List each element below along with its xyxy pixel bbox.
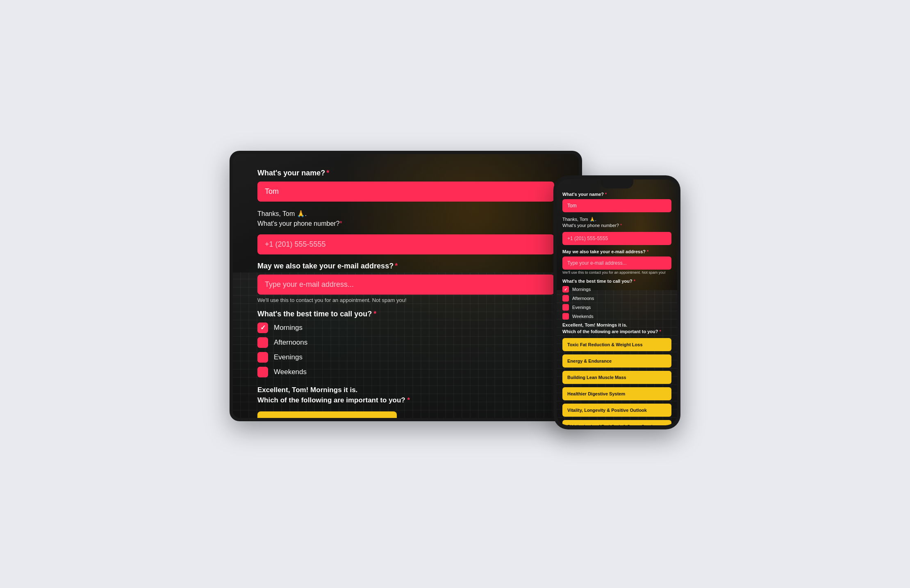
email-input[interactable] [257, 275, 554, 295]
calltime-label: What's the best time to call you?* [257, 310, 554, 318]
checkbox-afternoons-box[interactable] [257, 337, 268, 348]
phone-goal-btn-6[interactable]: Rid the body of Bad Carb & Sugar Craving… [562, 420, 671, 425]
phone-input[interactable] [257, 234, 554, 254]
phone-confirm-text: Excellent, Tom! Mornings it is. Which of… [562, 322, 671, 335]
phone-notch [601, 179, 633, 188]
phone-phone-input[interactable] [562, 232, 671, 245]
phone-cb-weekends-label: Weekends [572, 314, 594, 319]
checkbox-mornings[interactable]: Mornings [257, 322, 554, 333]
phone-email-helper: We'll use this to contact you for an app… [562, 270, 671, 275]
checkbox-mornings-box[interactable] [257, 322, 268, 333]
phone-cb-afternoons[interactable]: Afternoons [562, 295, 671, 302]
phone-cb-weekends-box[interactable] [562, 313, 569, 320]
phone-cb-evenings-label: Evenings [572, 305, 591, 310]
phone-goal-btn-4[interactable]: Healthier Digestive System [562, 387, 671, 400]
email-helper: We'll use this to contact you for an app… [257, 297, 554, 303]
checkbox-evenings-label: Evenings [274, 353, 303, 361]
phone-thanks-label: Thanks, Tom 🙏. What's your phone number?… [562, 216, 671, 229]
phone-goal-btn-3[interactable]: Building Lean Muscle Mass [562, 371, 671, 384]
name-input[interactable] [257, 182, 554, 202]
phone-cb-afternoons-box[interactable] [562, 295, 569, 302]
thanks-phone-label: Thanks, Tom 🙏. What's your phone number?… [257, 209, 554, 229]
calltime-checkboxes: Mornings Afternoons Evenings Weekends [257, 322, 554, 377]
checkbox-evenings[interactable]: Evenings [257, 352, 554, 363]
tablet-screen: What's your name?* Thanks, Tom 🙏. What's… [233, 154, 579, 418]
checkbox-evenings-box[interactable] [257, 352, 268, 363]
checkbox-afternoons[interactable]: Afternoons [257, 337, 554, 348]
phone-cb-mornings[interactable]: Mornings [562, 286, 671, 293]
phone-cb-mornings-label: Mornings [572, 287, 591, 292]
checkbox-afternoons-label: Afternoons [274, 338, 307, 347]
phone-cb-evenings-box[interactable] [562, 304, 569, 311]
email-label: May we also take your e-mail address?* [257, 262, 554, 270]
tablet-device: What's your name?* Thanks, Tom 🙏. What's… [230, 151, 582, 421]
phone-cb-mornings-box[interactable] [562, 286, 569, 293]
phone-name-input[interactable] [562, 199, 671, 212]
name-label: What's your name?* [257, 169, 554, 177]
phone-screen: What's your name? * Thanks, Tom 🙏. What'… [557, 179, 677, 425]
phone-cb-evenings[interactable]: Evenings [562, 304, 671, 311]
phone-goal-btn-1[interactable]: Toxic Fat Reduction & Weight Loss [562, 338, 671, 351]
checkbox-weekends-box[interactable] [257, 367, 268, 377]
goal-btn-1[interactable]: Toxic Fat Reduction & Weight Loss [257, 411, 397, 418]
checkbox-weekends[interactable]: Weekends [257, 367, 554, 377]
phone-device: What's your name? * Thanks, Tom 🙏. What'… [553, 175, 680, 429]
phone-email-label: May we also take your e-mail address? * [562, 249, 671, 254]
phone-goal-btn-5[interactable]: Vitality, Longevity & Positive Outlook [562, 404, 671, 417]
checkbox-mornings-label: Mornings [274, 324, 303, 332]
phone-goal-btn-2[interactable]: Energy & Endurance [562, 354, 671, 368]
phone-cb-afternoons-label: Afternoons [572, 296, 594, 301]
phone-name-label: What's your name? * [562, 192, 671, 197]
phone-calltime-label: What's the best time to call you? * [562, 279, 671, 284]
phone-content: What's your name? * Thanks, Tom 🙏. What'… [557, 179, 677, 425]
scene: What's your name?* Thanks, Tom 🙏. What's… [230, 151, 680, 438]
phone-cb-weekends[interactable]: Weekends [562, 313, 671, 320]
checkbox-weekends-label: Weekends [274, 368, 307, 376]
tablet-content: What's your name?* Thanks, Tom 🙏. What's… [233, 154, 579, 418]
phone-email-input[interactable] [562, 257, 671, 270]
confirm-section: Excellent, Tom! Mornings it is. Which of… [257, 385, 554, 406]
